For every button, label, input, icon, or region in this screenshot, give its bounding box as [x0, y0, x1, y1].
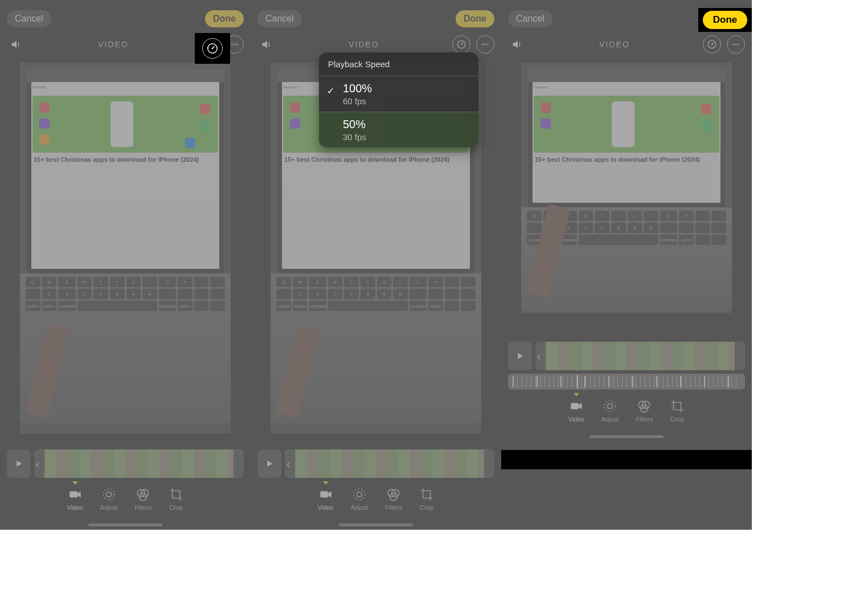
speed-scrubber[interactable]	[508, 374, 745, 390]
playback-speed-menu-header: Playback Speed	[319, 52, 478, 76]
svg-point-12	[212, 48, 214, 50]
trim-timeline[interactable]: ‹ ›	[535, 342, 745, 370]
tab-crop-label: Crop	[169, 504, 183, 511]
video-preview[interactable]: Featured 15+ best Christmas apps to down…	[20, 63, 231, 433]
tab-filters[interactable]: Filters	[636, 399, 653, 423]
playback-speed-option-50[interactable]: 50% 30 fps	[319, 112, 478, 148]
svg-point-6	[103, 489, 114, 500]
svg-point-31	[608, 404, 613, 409]
article-headline: 15+ best Christmas apps to download for …	[34, 156, 217, 163]
svg-point-4	[236, 44, 238, 45]
highlight-speed-icon	[195, 33, 230, 64]
svg-point-19	[354, 489, 365, 500]
tab-filters-label: Filters	[636, 416, 653, 423]
svg-point-27	[735, 44, 736, 45]
mode-title: VIDEO	[276, 40, 452, 49]
trim-timeline[interactable]: ‹ ›	[34, 449, 244, 478]
edit-tools-tabbar: Video Adjust Filters Crop	[0, 487, 251, 518]
editor-screen-1: Cancel Done VIDEO Featured	[0, 0, 251, 530]
volume-icon[interactable]	[257, 35, 276, 54]
tab-crop-label: Crop	[420, 504, 433, 511]
done-button[interactable]: Done	[205, 10, 244, 27]
trim-handle-right-icon[interactable]: ›	[738, 350, 743, 362]
article-headline: 15+ best Christmas apps to download for …	[535, 156, 718, 163]
tab-crop[interactable]: Crop	[670, 399, 685, 423]
svg-rect-5	[69, 492, 77, 498]
svg-point-16	[485, 44, 486, 45]
svg-point-25	[711, 44, 713, 45]
svg-point-28	[738, 44, 739, 45]
trim-handle-right-icon[interactable]: ›	[487, 457, 493, 470]
highlight-done-button: Done	[698, 8, 752, 32]
tab-crop[interactable]: Crop	[419, 487, 434, 511]
tab-filters[interactable]: Filters	[385, 487, 402, 511]
svg-point-15	[482, 44, 483, 45]
svg-rect-18	[320, 492, 328, 498]
more-options-icon[interactable]	[476, 35, 494, 54]
tab-adjust-label: Adjust	[601, 416, 619, 423]
tab-video[interactable]: Video	[67, 487, 83, 511]
option-sublabel: 30 fps	[343, 132, 469, 142]
cancel-button[interactable]: Cancel	[257, 10, 302, 27]
home-indicator[interactable]	[339, 523, 413, 526]
tab-video[interactable]: Video	[568, 399, 584, 423]
edit-tools-tabbar: Video Adjust Filters Crop	[501, 399, 752, 429]
playback-speed-icon[interactable]	[202, 38, 223, 59]
playback-speed-option-100[interactable]: ✓ 100% 60 fps	[319, 76, 478, 112]
tab-video-label: Video	[67, 504, 83, 511]
mode-title: VIDEO	[25, 40, 202, 49]
trim-handle-left-icon[interactable]: ‹	[286, 457, 292, 470]
tab-adjust[interactable]: Adjust	[351, 487, 369, 511]
tab-filters-label: Filters	[385, 504, 402, 511]
volume-icon[interactable]	[508, 35, 526, 54]
tab-adjust[interactable]: Adjust	[100, 487, 118, 511]
tab-filters[interactable]: Filters	[134, 487, 152, 511]
svg-point-26	[732, 44, 734, 45]
svg-rect-29	[571, 403, 579, 410]
edit-tools-tabbar: Video Adjust Filters Crop	[251, 487, 501, 518]
tab-adjust-label: Adjust	[100, 504, 118, 511]
tab-video-label: Video	[318, 504, 334, 511]
mode-title: VIDEO	[526, 40, 703, 49]
tab-video[interactable]: Video	[318, 487, 334, 511]
play-button[interactable]	[257, 449, 281, 478]
cancel-button[interactable]: Cancel	[508, 10, 552, 27]
option-sublabel: 60 fps	[343, 96, 469, 106]
highlight-speed-scrubber	[501, 450, 752, 469]
tab-filters-label: Filters	[134, 504, 152, 511]
svg-point-20	[357, 492, 362, 497]
video-preview[interactable]: Featured 15+ best Christmas apps to down…	[521, 63, 732, 313]
svg-point-7	[107, 492, 112, 497]
home-indicator[interactable]	[589, 435, 664, 438]
play-button[interactable]	[508, 342, 532, 370]
speed-scrubber-marker[interactable]	[577, 375, 578, 388]
home-indicator[interactable]	[88, 523, 162, 526]
playback-speed-icon[interactable]	[703, 35, 721, 54]
checkmark-icon: ✓	[327, 85, 334, 96]
volume-icon[interactable]	[7, 35, 25, 54]
trim-handle-left-icon[interactable]: ‹	[36, 457, 42, 470]
webpage-snippet: Featured	[528, 82, 725, 92]
more-options-icon[interactable]	[727, 35, 745, 54]
done-button[interactable]: Done	[456, 10, 494, 27]
tab-adjust[interactable]: Adjust	[601, 399, 619, 423]
playback-speed-icon[interactable]	[452, 35, 470, 54]
cancel-button[interactable]: Cancel	[7, 10, 51, 27]
option-label: 100%	[343, 82, 469, 95]
done-button[interactable]: Done	[703, 11, 748, 29]
tab-adjust-label: Adjust	[351, 504, 369, 511]
tab-crop[interactable]: Crop	[169, 487, 183, 511]
svg-point-2	[231, 44, 232, 45]
trim-timeline[interactable]: ‹ ›	[285, 449, 494, 478]
trim-handle-right-icon[interactable]: ›	[236, 457, 242, 470]
article-headline: 15+ best Christmas apps to download for …	[284, 156, 468, 163]
svg-point-14	[461, 44, 462, 45]
svg-point-30	[604, 400, 616, 412]
trim-handle-left-icon[interactable]: ‹	[537, 350, 543, 362]
tab-video-label: Video	[568, 416, 584, 423]
play-button[interactable]	[7, 449, 31, 478]
playback-speed-menu: Playback Speed ✓ 100% 60 fps 50% 30 fps	[319, 52, 478, 148]
option-label: 50%	[343, 118, 469, 131]
tab-crop-label: Crop	[670, 416, 684, 423]
webpage-snippet: Featured	[27, 82, 224, 92]
